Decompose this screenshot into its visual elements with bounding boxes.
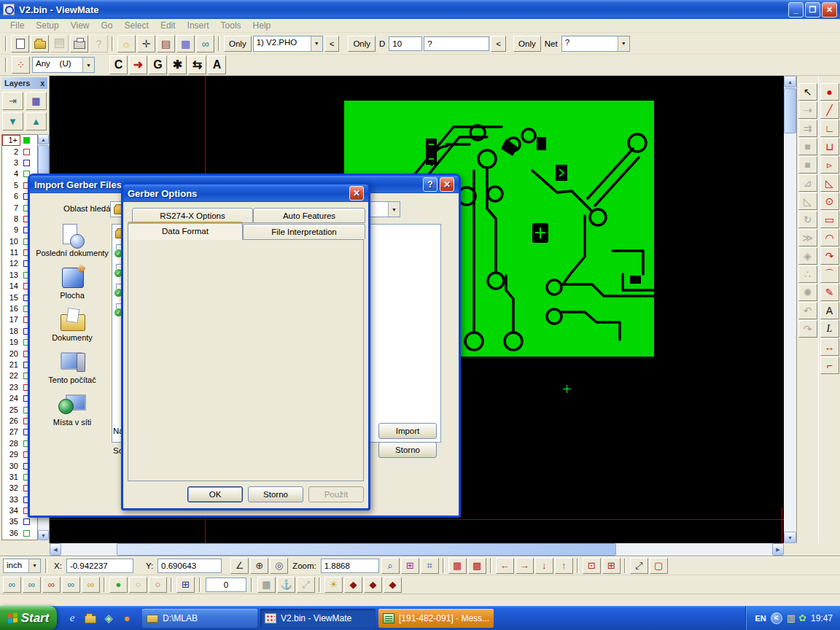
dcode-c-button[interactable]: C [109, 55, 128, 74]
move-layer-down-button[interactable]: ▼ [2, 112, 23, 131]
task-191-482-091-mess[interactable]: [191-482-091] - Mess... [378, 609, 494, 628]
draw-dimension-button[interactable]: ↔ [820, 338, 839, 356]
place-documents[interactable]: Dokumenty [36, 308, 109, 342]
menu-view[interactable]: View [65, 20, 96, 31]
draw-arc-button[interactable]: ◠ [820, 229, 839, 246]
draw-circle-button[interactable]: ⊙ [820, 192, 839, 210]
only-net-button[interactable]: Only [513, 36, 541, 52]
task-d-mlab[interactable]: D:\MLAB [142, 609, 257, 628]
flash-mode-button[interactable]: ☀ [324, 577, 343, 593]
tab-data-format[interactable]: Data Format [128, 222, 243, 240]
measure-tools-button[interactable]: ✛ [137, 35, 155, 52]
hide-icons-chevron[interactable]: < [771, 612, 782, 624]
scrollbar-thumb[interactable] [784, 88, 796, 133]
view-pads-glasses-button[interactable]: ∞ [3, 577, 21, 593]
layer-row[interactable]: 36 [2, 528, 37, 539]
dcode-type-combo[interactable]: Any (U) ▼ [32, 57, 95, 73]
pan-up-button[interactable]: ↑ [555, 558, 573, 574]
zoom-field[interactable]: 1.8868 [321, 559, 379, 573]
menu-help[interactable]: Help [247, 20, 277, 31]
scroll-down-icon[interactable]: ▼ [784, 532, 796, 543]
minimize-button[interactable]: _ [788, 2, 804, 18]
context-help-button[interactable]: ? [90, 35, 108, 52]
qip-flower-icon[interactable]: ✿ [798, 612, 806, 623]
tab-auto-features[interactable]: Auto Features [253, 208, 365, 223]
view-film-box-button[interactable]: ▦ [448, 558, 467, 574]
scroll-left-icon[interactable]: ◀ [50, 543, 61, 556]
storno-button[interactable]: Storno [248, 486, 303, 502]
ok-button[interactable]: OK [187, 486, 243, 502]
previous-layer-button[interactable]: < [324, 36, 340, 52]
menu-edit[interactable]: Edit [155, 20, 182, 31]
draw-line-button[interactable]: ╱ [820, 101, 839, 119]
y-coordinate-field[interactable]: 0.690643 [158, 559, 222, 573]
menu-insert[interactable]: Insert [182, 20, 215, 31]
dcode-g-button[interactable]: G [149, 55, 167, 74]
pan-right-button[interactable]: → [516, 558, 534, 574]
scroll-down-icon[interactable]: ▼ [38, 530, 49, 540]
open-folder-button[interactable] [31, 35, 49, 52]
pou-t-button[interactable]: Použít [308, 486, 364, 502]
draw-sketch-button[interactable]: ✎ [820, 284, 839, 301]
probe-button[interactable]: ◎ [270, 558, 288, 574]
mirror-vertical-button[interactable]: ⊿ [798, 174, 817, 192]
layer-swatch[interactable] [23, 137, 30, 144]
dcode-text-button[interactable]: A [208, 55, 226, 74]
draw-chord-button[interactable]: ⌒ [820, 265, 839, 283]
pan-down-button[interactable]: ↓ [535, 558, 553, 574]
place-my-computer[interactable]: Tento počítač [36, 351, 109, 384]
undo-button[interactable]: ↶ [798, 302, 817, 319]
view-traces-glasses-button[interactable]: ∞ [23, 577, 41, 593]
place-desktop[interactable]: Plocha [36, 266, 109, 300]
mirror-horizontal-button[interactable]: ◺ [798, 192, 817, 210]
lamp-off-button[interactable]: ○ [129, 577, 147, 593]
rotate-copy-button[interactable]: ↷ [798, 320, 817, 338]
transfer-all-button[interactable]: ⇉ [798, 120, 817, 137]
menu-file[interactable]: File [4, 20, 30, 31]
move-layer-up-button[interactable]: ▲ [26, 112, 47, 131]
firefox-button[interactable]: ● [119, 610, 135, 627]
select-cursor-button[interactable]: ↖ [798, 83, 817, 101]
chevron-down-icon[interactable]: ▼ [618, 36, 629, 51]
only-dcode-button[interactable]: Only [348, 36, 376, 52]
start-button[interactable]: Start [0, 606, 57, 630]
tab-file-interpretation[interactable]: File Interpretation [243, 224, 365, 239]
import-button[interactable]: Import [378, 423, 437, 439]
redraw-button[interactable]: ☼ [117, 35, 136, 52]
chevron-down-icon[interactable]: ▼ [388, 202, 400, 217]
unit-combo[interactable]: inch ▼ [3, 559, 41, 573]
help-button[interactable]: ? [423, 177, 438, 192]
zoom-selection-button[interactable]: ⊞ [401, 558, 419, 574]
view-all-glasses-button[interactable]: ∞ [82, 577, 100, 593]
dcode-filter-input[interactable]: ? [424, 36, 489, 51]
draw-label-button[interactable]: L [820, 320, 839, 338]
draw-outline-button[interactable]: ⌐ [820, 357, 839, 374]
colors-film-button[interactable]: ▦ [176, 35, 195, 52]
inspect-glasses-button[interactable]: ∞ [196, 35, 214, 52]
place-network-places[interactable]: Místa v síti [36, 393, 109, 427]
pan-left-button[interactable]: ← [496, 558, 514, 574]
close-icon[interactable]: x [40, 79, 44, 88]
relative-move-button[interactable]: ⤢ [297, 577, 315, 593]
layer-row[interactable]: 1+ [2, 135, 37, 146]
origin-button[interactable]: ⊕ [250, 558, 268, 574]
draw-curve-button[interactable]: ↷ [820, 247, 839, 265]
new-document-button[interactable] [11, 35, 29, 52]
scroll-up-icon[interactable]: ▲ [38, 134, 49, 144]
layer-row[interactable]: 3 [2, 158, 37, 168]
layer-row[interactable]: 35 [2, 516, 37, 527]
only-layer-button[interactable]: Only [224, 36, 252, 52]
save-button[interactable] [50, 35, 69, 52]
print-button[interactable] [70, 35, 88, 52]
folder-up-button[interactable] [82, 610, 98, 627]
pad-dot-button[interactable]: ◆ [384, 577, 402, 593]
net-combo[interactable]: ? ▼ [561, 36, 630, 52]
lamp-outline-button[interactable]: ○ [149, 577, 167, 593]
highlight-dcodes-button[interactable]: ⁘ [12, 56, 30, 74]
previous-dcode-button[interactable]: < [491, 36, 506, 52]
angle-measure-button[interactable]: ∠ [230, 558, 249, 574]
dcode-swap-button[interactable]: ⇆ [188, 55, 206, 74]
layer-swatch[interactable] [23, 160, 30, 166]
cancel-button[interactable]: Storno [378, 442, 437, 458]
scroll-right-icon[interactable]: ▶ [772, 543, 784, 556]
